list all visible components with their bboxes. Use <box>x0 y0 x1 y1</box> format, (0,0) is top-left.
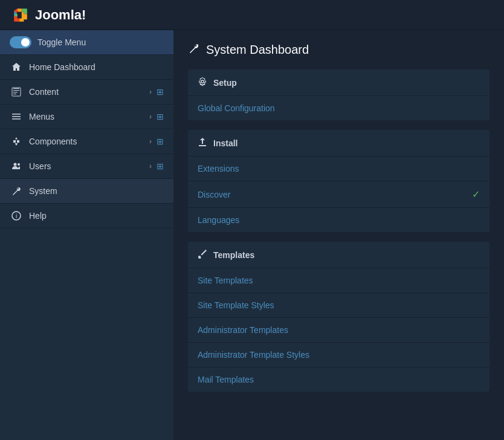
wrench-icon <box>188 42 200 57</box>
system-wrench-icon <box>10 186 23 196</box>
extensions-text: Extensions <box>198 164 239 173</box>
sidebar-item-label: System <box>29 186 57 196</box>
chevron-right-icon: › <box>149 112 152 121</box>
sidebar-item-toggle-menu[interactable]: Toggle Menu <box>0 30 173 55</box>
chevron-right-icon: › <box>149 88 152 96</box>
mail-templates-text: Mail Templates <box>198 375 254 384</box>
svg-text:i: i <box>16 213 17 219</box>
sidebar-item-label: Content <box>29 87 59 97</box>
components-icon <box>10 137 23 146</box>
main-layout: Toggle Menu Home Dashboard Content › ⊞ <box>0 30 504 440</box>
administrator-templates-link[interactable]: Administrator Templates <box>188 318 489 343</box>
administrator-template-styles-link[interactable]: Administrator Template Styles <box>188 343 489 367</box>
grid-icon: ⊞ <box>157 137 164 146</box>
content-area: System Dashboard Setup Global Configurat… <box>173 30 504 440</box>
sidebar-item-label: Home Dashboard <box>29 62 95 72</box>
site-templates-text: Site Templates <box>198 276 253 285</box>
global-configuration-link[interactable]: Global Configuration <box>188 96 489 120</box>
sidebar-item-system[interactable]: System <box>0 179 173 204</box>
setup-header-text: Setup <box>213 78 237 88</box>
sidebar-item-label: Menus <box>29 112 54 121</box>
users-icon <box>10 161 23 171</box>
discover-text: Discover <box>198 190 230 199</box>
templates-header: Templates <box>188 242 489 268</box>
check-icon: ✓ <box>472 189 480 200</box>
gear-icon <box>198 77 207 88</box>
page-title: System Dashboard <box>188 42 489 57</box>
menus-icon <box>10 112 23 121</box>
joomla-text: Joomla! <box>35 7 86 23</box>
page-title-text: System Dashboard <box>206 43 309 57</box>
sidebar-item-label: Help <box>29 211 47 221</box>
global-configuration-text: Global Configuration <box>198 103 275 113</box>
administrator-templates-text: Administrator Templates <box>198 325 288 335</box>
setup-section: Setup Global Configuration <box>188 70 489 120</box>
install-header: Install <box>188 130 489 157</box>
sidebar-item-content[interactable]: Content › ⊞ <box>0 80 173 105</box>
sidebar-item-home-dashboard[interactable]: Home Dashboard <box>0 55 173 80</box>
svg-rect-0 <box>10 4 31 26</box>
chevron-right-icon: › <box>149 137 152 146</box>
mail-templates-link[interactable]: Mail Templates <box>188 367 489 392</box>
sidebar-item-menus[interactable]: Menus › ⊞ <box>0 105 173 129</box>
joomla-logo: Joomla! <box>10 4 86 26</box>
install-section: Install Extensions Discover ✓ Languages <box>188 130 489 232</box>
sidebar-item-components[interactable]: Components › ⊞ <box>0 129 173 154</box>
sidebar-item-label: Toggle Menu <box>37 37 86 47</box>
content-icon <box>10 87 23 97</box>
grid-icon: ⊞ <box>157 87 164 97</box>
site-template-styles-text: Site Template Styles <box>198 300 274 310</box>
grid-icon: ⊞ <box>157 112 164 121</box>
joomla-logo-icon <box>10 4 31 26</box>
sidebar: Toggle Menu Home Dashboard Content › ⊞ <box>0 30 173 440</box>
toggle-switch-icon <box>10 36 31 48</box>
install-header-text: Install <box>213 138 237 148</box>
sidebar-item-label: Components <box>29 137 77 146</box>
templates-header-text: Templates <box>213 250 254 260</box>
grid-icon: ⊞ <box>157 161 164 171</box>
extensions-link[interactable]: Extensions <box>188 157 489 181</box>
languages-text: Languages <box>198 215 239 225</box>
discover-link[interactable]: Discover ✓ <box>188 181 489 208</box>
svg-point-2 <box>14 163 17 166</box>
chevron-right-icon: › <box>149 162 152 170</box>
home-icon <box>10 62 23 72</box>
upload-icon <box>198 137 207 149</box>
top-bar: Joomla! <box>0 0 504 30</box>
help-icon: i <box>10 211 23 221</box>
sidebar-item-users[interactable]: Users › ⊞ <box>0 154 173 179</box>
svg-point-3 <box>18 163 20 166</box>
sidebar-item-help[interactable]: i Help <box>0 204 173 228</box>
templates-section: Templates Site Templates Site Template S… <box>188 242 489 392</box>
setup-header: Setup <box>188 70 489 96</box>
site-template-styles-link[interactable]: Site Template Styles <box>188 293 489 318</box>
sidebar-item-label: Users <box>29 161 51 171</box>
administrator-template-styles-text: Administrator Template Styles <box>198 350 309 360</box>
languages-link[interactable]: Languages <box>188 208 489 232</box>
brush-icon <box>198 249 207 260</box>
site-templates-link[interactable]: Site Templates <box>188 268 489 293</box>
